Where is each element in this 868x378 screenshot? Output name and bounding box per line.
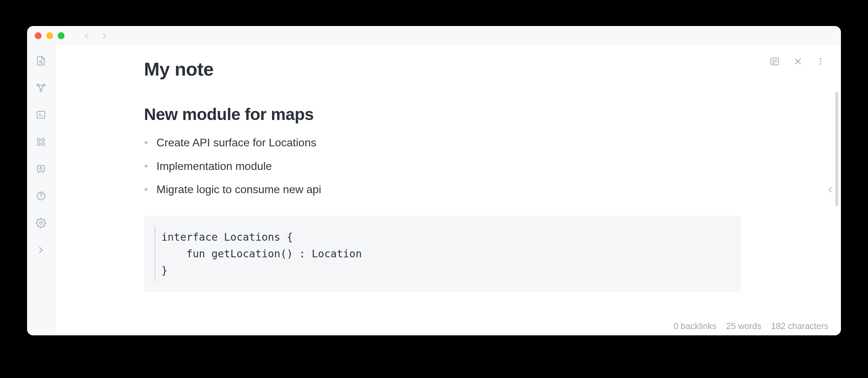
svg-point-21 [40,222,42,224]
nav-arrows [82,32,109,40]
backlinks-count[interactable]: 0 backlinks [674,321,717,331]
expand-icon[interactable] [35,244,47,256]
svg-rect-8 [37,111,45,118]
apps-grid-icon[interactable] [35,136,47,148]
nav-back-button[interactable] [82,32,91,40]
app-window: My note New module for maps Create API s… [27,26,841,335]
list-item[interactable]: Migrate logic to consume new api [144,181,741,198]
word-count: 25 words [726,321,761,331]
editor-content[interactable]: My note New module for maps Create API s… [55,45,841,335]
svg-rect-13 [42,143,45,146]
list-item[interactable]: Implementation module [144,158,741,175]
help-icon[interactable] [35,190,47,202]
terminal-icon[interactable] [35,109,47,121]
list-item[interactable]: Create API surface for Locations [144,134,741,152]
body-area: My note New module for maps Create API s… [27,45,841,335]
bullet-list[interactable]: Create API surface for Locations Impleme… [144,134,741,198]
main-panel: My note New module for maps Create API s… [55,45,841,335]
svg-line-1 [42,62,43,63]
graph-icon[interactable] [35,82,47,94]
section-heading[interactable]: New module for maps [144,105,741,124]
character-count: 182 characters [771,321,828,331]
nav-forward-button[interactable] [100,32,109,40]
note-title[interactable]: My note [144,58,741,80]
search-file-icon[interactable] [35,55,47,67]
vault-icon[interactable] [35,163,47,175]
window-minimize-button[interactable] [46,32,53,39]
code-block[interactable]: interface Locations { fun getLocation() … [144,216,741,292]
window-maximize-button[interactable] [58,32,65,39]
svg-line-6 [41,86,43,89]
sidebar [27,45,55,335]
svg-line-5 [39,86,41,89]
titlebar [27,26,841,45]
svg-rect-11 [42,138,45,141]
settings-icon[interactable] [35,217,47,229]
svg-rect-10 [37,138,40,141]
window-close-button[interactable] [35,32,42,39]
svg-rect-12 [37,143,40,146]
status-bar: 0 backlinks 25 words 182 characters [674,321,829,331]
